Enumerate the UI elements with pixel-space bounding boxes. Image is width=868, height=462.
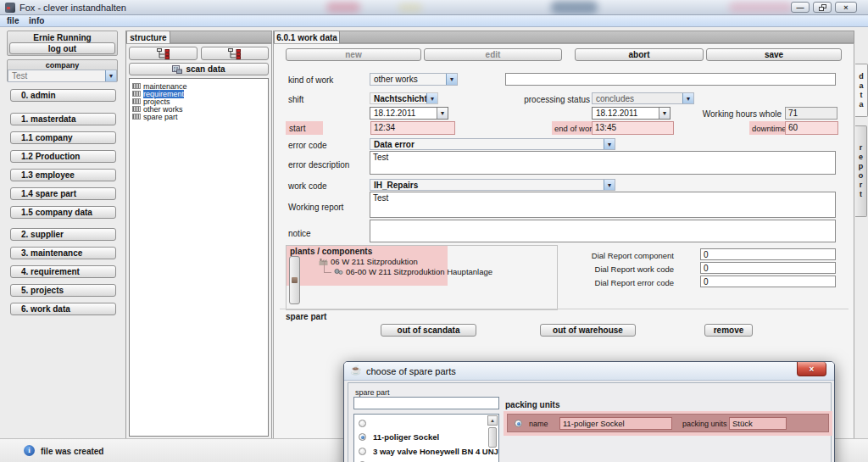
plants-label: plants / components bbox=[290, 247, 372, 256]
close-button[interactable]: × bbox=[835, 2, 857, 13]
chevron-down-icon: ▾ bbox=[682, 93, 693, 103]
collapse-tree-button[interactable] bbox=[201, 47, 269, 60]
scan-data-label: scan data bbox=[186, 64, 225, 74]
logout-button[interactable]: log out bbox=[9, 42, 115, 54]
sidebar-item-work-data[interactable]: 6. work data bbox=[10, 303, 116, 315]
list-item-selected[interactable]: 11-poliger Sockel bbox=[359, 432, 439, 442]
new-button[interactable]: new bbox=[286, 48, 421, 61]
record-icon bbox=[132, 98, 141, 104]
radio-icon bbox=[359, 448, 366, 455]
packing-units-field[interactable]: Stück bbox=[729, 417, 787, 430]
end-of-work-label: end of work bbox=[554, 124, 596, 133]
expand-tree-button[interactable] bbox=[129, 47, 198, 60]
sidebar-item-supplier[interactable]: 2. supplier bbox=[10, 228, 116, 241]
abort-button[interactable]: abort bbox=[575, 48, 704, 61]
save-button[interactable]: save bbox=[706, 48, 842, 61]
glass-blob bbox=[729, 2, 793, 13]
plants-tree-root[interactable]: 06 W 211 Sitzproduktion bbox=[319, 258, 418, 265]
edit-button[interactable]: edit bbox=[424, 48, 562, 61]
sidebar-item-masterdata[interactable]: 1. masterdata bbox=[10, 113, 116, 125]
chevron-down-icon: ▾ bbox=[604, 139, 615, 149]
company-select[interactable]: Test ▾ bbox=[8, 70, 117, 82]
working-hours-field[interactable]: 71 bbox=[785, 107, 837, 120]
list-item-label: 11-poliger Sockel bbox=[373, 432, 439, 442]
sidebar-item-admin[interactable]: 0. admin bbox=[10, 89, 116, 102]
sidebar-item-requirement[interactable]: 4. requirement bbox=[10, 265, 116, 278]
shift-select[interactable]: Nachtschicht ▾ bbox=[370, 92, 438, 104]
processing-status-select[interactable]: concludes ▾ bbox=[592, 92, 694, 104]
restore-icon bbox=[819, 4, 826, 11]
radio-selected-icon bbox=[515, 420, 522, 427]
out-of-scandata-button[interactable]: out of scandata bbox=[381, 324, 476, 337]
menu-info[interactable]: info bbox=[29, 16, 44, 25]
restore-button[interactable] bbox=[813, 2, 832, 13]
scrollbar-up-button[interactable]: ▲ bbox=[487, 415, 498, 426]
tab-structure[interactable]: structure bbox=[126, 31, 170, 43]
list-item[interactable]: 3 way valve Honeywell BN 4 UNJ 0N0 C bbox=[359, 447, 499, 456]
dialog-close-button[interactable]: × bbox=[797, 362, 826, 376]
error-code-select[interactable]: Data error ▾ bbox=[370, 138, 615, 150]
sidebar-item-projects[interactable]: 5. projects bbox=[10, 284, 116, 297]
sidebar-item-production[interactable]: 1.2 Production bbox=[10, 150, 116, 163]
glass-blob bbox=[326, 2, 360, 13]
plants-child-label: 06-00 W 211 Sitzproduktion Hauptanlage bbox=[346, 267, 492, 276]
sidebar-item-maintenance[interactable]: 3. maintenance bbox=[10, 247, 116, 259]
record-icon bbox=[132, 106, 141, 112]
downtime-field[interactable]: 60 bbox=[785, 121, 838, 135]
start-field[interactable]: 12:34 bbox=[370, 121, 455, 135]
shift-value: Nachtschicht bbox=[370, 93, 426, 103]
menu-file[interactable]: file bbox=[7, 16, 19, 25]
sidebar-item-spare-part[interactable]: 1.4 spare part bbox=[10, 187, 116, 200]
kind-of-work-extra-field[interactable] bbox=[505, 73, 836, 86]
record-icon bbox=[132, 83, 141, 89]
downtime-label: downtime bbox=[752, 124, 787, 133]
remove-button[interactable]: remove bbox=[704, 324, 753, 337]
scan-data-button[interactable]: scan data bbox=[129, 63, 269, 75]
shift-label: shift bbox=[288, 95, 303, 104]
end-of-work-field[interactable]: 13:45 bbox=[592, 121, 674, 135]
scrollbar-thumb[interactable] bbox=[488, 427, 497, 448]
glass-blob bbox=[551, 1, 598, 14]
packing-units-label: packing units bbox=[682, 420, 727, 428]
tab-data[interactable]: data bbox=[855, 64, 868, 117]
working-report-textarea[interactable]: Test bbox=[370, 192, 836, 218]
work-code-value: IH_Repairs bbox=[370, 180, 604, 190]
date-from-value: 18.12.2011 bbox=[370, 108, 437, 119]
dial-component-label: Dial Report component bbox=[576, 251, 674, 260]
out-of-warehouse-button[interactable]: out of warehouse bbox=[540, 324, 636, 337]
kind-of-work-label: kind of work bbox=[288, 75, 333, 85]
minimize-button[interactable]: — bbox=[791, 2, 810, 13]
dial-work-code-field[interactable]: 0 bbox=[700, 262, 836, 274]
start-label-highlight: start bbox=[286, 121, 323, 135]
notice-textarea[interactable] bbox=[370, 220, 836, 242]
tree-item-spare-part[interactable]: spare part bbox=[132, 113, 178, 120]
work-code-select[interactable]: IH_Repairs ▾ bbox=[370, 179, 615, 191]
dial-error-code-field[interactable]: 0 bbox=[700, 276, 836, 287]
dialog-title-bar[interactable]: ☕ choose of spare parts bbox=[344, 362, 834, 381]
date-from-field[interactable]: 18.12.2011 ▾ bbox=[370, 107, 448, 120]
list-item[interactable] bbox=[359, 419, 373, 428]
packing-row[interactable]: name 11-poliger Sockel packing units Stü… bbox=[507, 414, 829, 432]
dial-component-field[interactable]: 0 bbox=[700, 248, 836, 260]
plants-slider[interactable] bbox=[289, 256, 300, 304]
tab-work-data[interactable]: 6.0.1 work data bbox=[274, 31, 340, 43]
date-to-field[interactable]: 18.12.2011 ▾ bbox=[592, 107, 670, 120]
packing-row-highlight: name 11-poliger Sockel packing units Stü… bbox=[504, 411, 832, 436]
kind-of-work-value: other works bbox=[370, 74, 446, 85]
kind-of-work-select[interactable]: other works ▾ bbox=[370, 73, 458, 86]
dialog-spare-part-label: spare part bbox=[355, 388, 390, 397]
spare-part-filter-input[interactable] bbox=[353, 397, 499, 409]
plants-tree-child[interactable]: 06-00 W 211 Sitzproduktion Hauptanlage bbox=[334, 268, 492, 276]
error-description-textarea[interactable]: Test bbox=[370, 151, 836, 175]
sidebar-item-employee[interactable]: 1.3 employee bbox=[10, 169, 116, 181]
info-icon: i bbox=[24, 445, 35, 456]
slider-grip-icon bbox=[292, 277, 298, 283]
tab-report[interactable]: report bbox=[855, 125, 867, 217]
packing-name-field[interactable]: 11-poliger Sockel bbox=[559, 417, 672, 430]
structure-tree: maintenance requirement projects other w… bbox=[129, 78, 269, 437]
sidebar-item-company[interactable]: 1.1 company bbox=[10, 131, 116, 144]
start-label: start bbox=[289, 124, 305, 133]
sidebar-item-company-data[interactable]: 1.5 company data bbox=[10, 206, 116, 219]
chevron-down-icon: ▾ bbox=[659, 108, 670, 119]
menu-bar: file info bbox=[0, 15, 868, 27]
